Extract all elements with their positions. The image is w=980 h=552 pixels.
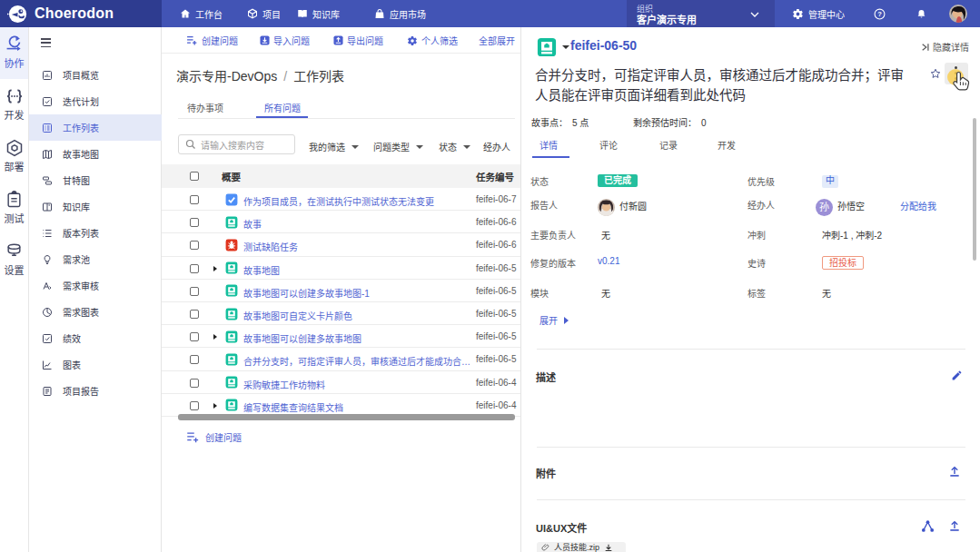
svg-text:?: ? — [877, 10, 882, 18]
